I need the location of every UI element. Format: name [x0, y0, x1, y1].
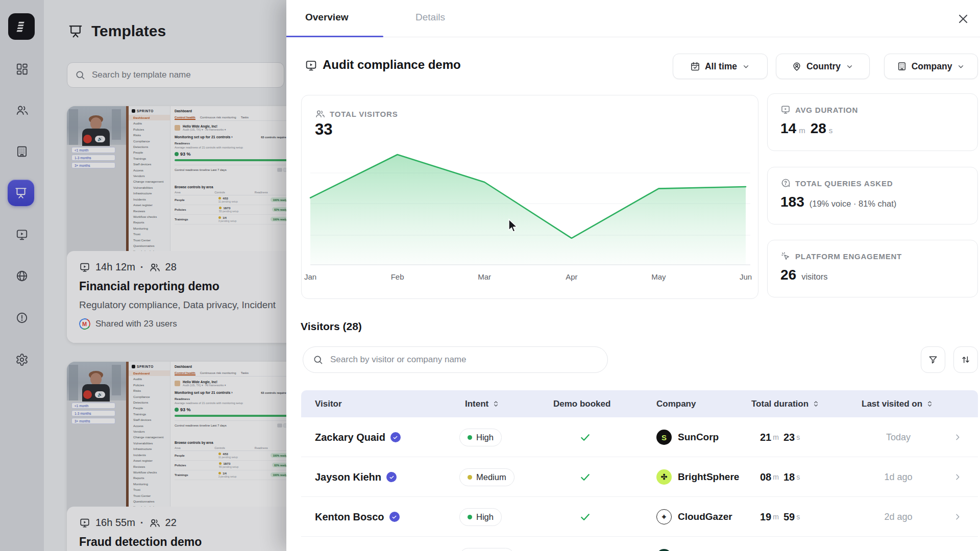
platform-engagement-card: PLATFORM ENGAGEMENT 26visitors [767, 240, 978, 297]
company-cell: ✣BrightSphere [656, 457, 739, 497]
total-visitors-value: 33 [315, 120, 332, 139]
filter-button[interactable] [921, 346, 945, 373]
visitor-row[interactable]: Jonas Hollbrini Medium ✦EarthPoint 12m36… [301, 537, 978, 551]
visitor-name: Jonas Hollbrini [315, 537, 404, 551]
company-logo: ✣ [656, 469, 672, 485]
funnel-icon [928, 355, 938, 365]
chat-question-icon [780, 178, 791, 188]
last-visited-cell: 2d ago [868, 497, 929, 537]
visitor-name: Kenton Bosco [315, 497, 400, 537]
total-duration-cell: 12m36s [760, 537, 804, 551]
last-visited-cell: Today [868, 417, 929, 457]
total-visitors-card: TOTAL VISITORS 33 JanFebMarAprMayJun [301, 95, 758, 299]
active-tab-underline [286, 36, 383, 37]
tab-details[interactable]: Details [415, 12, 445, 23]
chevron-right-icon[interactable] [952, 497, 963, 537]
demo-booked-check-icon [577, 417, 593, 457]
company-logo: ⌖ [656, 509, 672, 524]
avg-duration-card: AVG DURATION 14m 28s [767, 93, 978, 151]
chevron-right-icon[interactable] [952, 457, 963, 497]
app-window: Templates 🔊 <1 month 1-3 months 3+ month… [0, 0, 980, 551]
user-pin-icon [792, 61, 802, 71]
month-tick-label: Feb [391, 272, 404, 281]
visitor-search-input[interactable] [329, 354, 598, 365]
sort-chevrons-icon[interactable] [492, 400, 500, 408]
modal-dim-overlay[interactable] [0, 0, 286, 551]
avg-duration-value: 14m 28s [780, 120, 838, 137]
visitors-heading: Visitors (28) [301, 320, 362, 333]
column-last-visited[interactable]: Last visited on [862, 390, 934, 417]
company-logo: S [656, 430, 672, 445]
sort-button[interactable] [953, 346, 978, 373]
month-tick-label: May [651, 272, 666, 281]
chevron-down-icon [957, 62, 965, 71]
column-company: Company [656, 390, 696, 417]
search-icon [313, 355, 323, 365]
chevron-right-icon[interactable] [952, 537, 963, 551]
all-time-filter-button[interactable]: All time [673, 54, 768, 79]
intent-pill: High [459, 497, 502, 537]
company-logo: ✦ [656, 549, 672, 551]
chevron-down-icon [845, 62, 854, 71]
users-icon [315, 109, 325, 119]
total-duration-cell: 08m18s [760, 457, 804, 497]
monitor-play-icon [780, 105, 791, 115]
platform-engagement-label: PLATFORM ENGAGEMENT [780, 251, 902, 261]
visitor-row[interactable]: Zackary Quaid High SSunCorp 21m23s Today [301, 417, 978, 457]
calendar-check-icon [690, 61, 700, 71]
avg-duration-label: AVG DURATION [780, 105, 858, 115]
chevron-down-icon [742, 62, 750, 71]
total-duration-cell: 19m59s [760, 497, 804, 537]
column-demo-booked: Demo booked [553, 390, 610, 417]
tab-overview[interactable]: Overview [305, 12, 349, 23]
total-visitors-label: TOTAL VISITORS [315, 109, 398, 119]
company-cell: ✦EarthPoint [656, 537, 727, 551]
month-tick-label: Mar [478, 272, 491, 281]
demo-booked-check-icon [577, 537, 593, 551]
month-tick-label: Apr [566, 272, 577, 281]
visitor-name: Zackary Quaid [315, 417, 401, 457]
sort-chevrons-icon[interactable] [926, 400, 934, 408]
total-queries-value: 183(19% voice · 81% chat) [780, 194, 896, 210]
demo-title: Audit compliance demo [323, 58, 461, 72]
intent-pill: Medium [459, 537, 514, 551]
column-intent[interactable]: Intent [465, 390, 500, 417]
column-visitor: Visitor [315, 390, 342, 417]
total-duration-cell: 21m23s [760, 417, 804, 457]
demo-booked-check-icon [577, 497, 593, 537]
intent-pill: Medium [459, 457, 514, 497]
monitor-play-icon [305, 59, 317, 72]
intent-pill: High [459, 417, 502, 457]
visitor-name: Jayson Kiehn [315, 457, 397, 497]
verified-badge-icon [390, 432, 401, 442]
panel-tabbar: Overview Details [286, 0, 980, 37]
column-total-duration[interactable]: Total duration [751, 390, 820, 417]
demo-analytics-panel: Overview Details Audit compliance demo A… [286, 0, 980, 551]
arrow-up-down-icon [961, 355, 971, 365]
month-tick-label: Jan [304, 272, 316, 281]
company-cell: ⌖CloudGazer [656, 497, 732, 537]
last-visited-cell: 1d ago [868, 457, 929, 497]
visitor-row[interactable]: Kenton Bosco High ⌖CloudGazer 19m59s 2d … [301, 497, 978, 537]
month-tick-label: Jun [740, 272, 752, 281]
cursor-click-icon [780, 251, 791, 261]
company-cell: SSunCorp [656, 417, 719, 457]
visitors-table-header: Visitor Intent Demo booked Company Total… [301, 390, 978, 417]
visitor-search[interactable] [303, 346, 608, 373]
close-icon[interactable] [957, 12, 970, 26]
country-filter-button[interactable]: Country [776, 54, 870, 79]
verified-badge-icon [386, 472, 397, 482]
demo-booked-check-icon [577, 457, 593, 497]
platform-engagement-value: 26visitors [780, 267, 828, 283]
sort-chevrons-icon[interactable] [812, 400, 820, 408]
chevron-right-icon[interactable] [952, 417, 963, 457]
last-visited-cell: 3d ago [868, 537, 929, 551]
verified-badge-icon [389, 512, 400, 522]
building-icon [897, 61, 907, 71]
total-queries-label: TOTAL QUERIES ASKED [780, 178, 893, 188]
visitor-row[interactable]: Jayson Kiehn Medium ✣BrightSphere 08m18s… [301, 457, 978, 497]
company-filter-button[interactable]: Company [884, 54, 978, 79]
visitors-table: Visitor Intent Demo booked Company Total… [301, 390, 978, 551]
total-queries-card: TOTAL QUERIES ASKED 183(19% voice · 81% … [767, 167, 978, 224]
